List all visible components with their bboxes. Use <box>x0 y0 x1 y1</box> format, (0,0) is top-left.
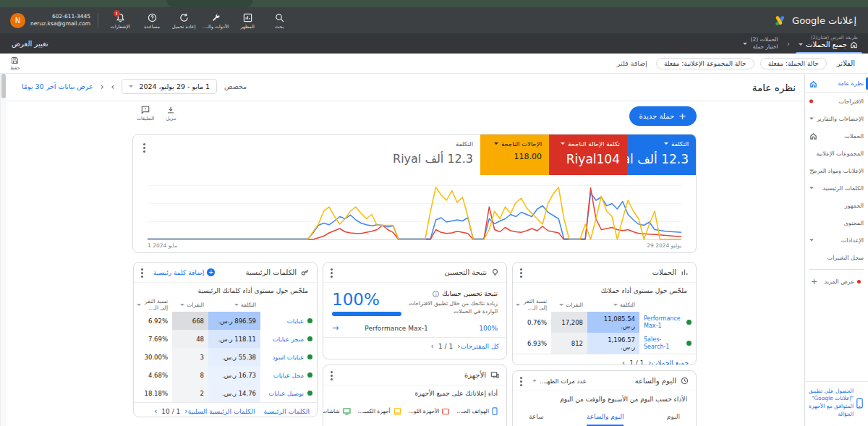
all-recommendations-link[interactable]: كل المقترحات <box>461 343 499 350</box>
help-icon <box>148 13 157 22</box>
prev-page-chevron[interactable]: ‹ <box>622 358 625 365</box>
sidebar-item[interactable]: الاقتراحات <box>805 93 868 110</box>
campaigns-sub: اختيار حملة <box>751 43 778 51</box>
metric-dropdown[interactable]: عدد مرات الظهـ... <box>532 378 587 385</box>
new-campaign-button[interactable]: + حملة جديدة <box>629 106 697 126</box>
arrow-icon[interactable]: → <box>332 323 339 333</box>
tab[interactable]: اليوم والساعة <box>587 413 624 426</box>
axis-start-label: 1 مايو 2024 <box>148 242 177 249</box>
legend-tablet[interactable]: الأجهزة اللو... <box>409 407 450 415</box>
account-chip[interactable]: 602-611-3445 neruz.ksa@gmail.com N <box>0 13 90 28</box>
metric-chip[interactable]: الإحالات الناجحة 118.00 <box>480 135 549 175</box>
feedback-button[interactable]: التعليقات <box>137 106 154 122</box>
info-icon[interactable]: i <box>433 291 439 297</box>
main-column: + حملة جديدة تنزيل التعليقات التكلف <box>132 101 697 426</box>
account-email: neruz.ksa@gmail.com <box>30 20 90 27</box>
sidebar-item[interactable]: الحملات <box>805 127 868 145</box>
search-icon <box>275 13 284 22</box>
filter-chip[interactable]: حالة الحملة: مفعلة <box>760 58 827 69</box>
prev-page-chevron[interactable]: ‹ <box>431 341 434 351</box>
score-progress-bar <box>332 312 401 316</box>
avatar: N <box>10 13 25 28</box>
date-prev-chevron[interactable]: ‹ <box>101 82 104 92</box>
all-campaigns-link[interactable]: جميع الحملات <box>652 359 689 366</box>
sidebar-item[interactable]: سجل التغييرات <box>805 249 868 266</box>
status-enabled-dot <box>307 354 312 359</box>
card-menu-kebab[interactable] <box>520 268 522 270</box>
sidebar-item[interactable]: الإعدادات <box>805 231 868 249</box>
tab[interactable]: ساعة <box>529 413 543 426</box>
sidebar-item[interactable]: المحتوى <box>805 214 868 231</box>
search-button[interactable]: بحث <box>265 12 294 30</box>
filter-chips: حالة الحملة: مفعلةحالة المجموعة الإعلاني… <box>656 58 827 69</box>
footer-tab-link[interactable]: الكلمات الرئيسية السلبية <box>188 408 255 415</box>
tab[interactable]: اليوم <box>667 413 680 426</box>
save-icon <box>11 56 19 64</box>
topbar-divider <box>98 13 98 27</box>
chevron-down-icon <box>532 380 537 384</box>
pagination: ‹10 / 1› <box>154 406 188 416</box>
status-enabled-dot <box>686 320 692 325</box>
next-page-chevron[interactable]: › <box>457 341 460 351</box>
add-keyword-button[interactable]: + إضافة كلمة رئيسية <box>153 268 215 276</box>
sidebar-item[interactable]: المجموعات الإعلانية <box>805 145 868 162</box>
sidebar-show-more[interactable]: عرض المزيد + <box>805 273 868 290</box>
legend-computer[interactable]: أجهزة الكمبـ... <box>358 407 401 415</box>
filter-chip[interactable]: حالة المجموعة الإعلانية: مفعلة <box>656 58 754 69</box>
card-menu-kebab[interactable] <box>520 377 522 379</box>
performance-chart-card: التكلفة 12.3 ألف Riyal تكلفة الإحالة الن… <box>132 134 697 253</box>
sidebar-item[interactable]: الإحصاءات والتقارير <box>805 110 868 127</box>
all-campaigns-selector[interactable]: طريقة العرض (فئتان/2) جميع الحملات <box>791 33 868 54</box>
table-row: متجر عبايات 118.11 ر.س. 48 7.69% <box>134 330 317 348</box>
devices-card: الأجهزة أداء إعلاناتك على جميع الأجهزة ا… <box>323 365 507 426</box>
status-enabled-dot <box>307 391 312 396</box>
vertical-scrollbar[interactable] <box>0 74 6 426</box>
alert-dot <box>857 280 861 284</box>
download-icon <box>166 106 175 114</box>
status-enabled-dot <box>307 336 312 341</box>
trend-line-chart[interactable] <box>148 179 681 242</box>
card-menu-kebab[interactable] <box>141 268 143 270</box>
chevron-down-icon <box>494 142 498 147</box>
notifications-button[interactable]: ! الإشعارات <box>106 12 135 30</box>
date-range-picker[interactable]: 1 مايو - 29 يوليو، 2024 <box>122 79 217 94</box>
sidebar-item[interactable]: نظرة عامة <box>805 75 868 93</box>
prev-page-chevron[interactable]: ‹ <box>154 406 157 416</box>
card-menu-kebab[interactable] <box>331 268 333 270</box>
next-page-chevron[interactable]: › <box>648 358 651 365</box>
help-button[interactable]: مساعدة <box>137 12 166 30</box>
sidebar-divider <box>809 269 864 270</box>
devices-icon <box>490 371 499 379</box>
footer-tab-link[interactable]: الكلمات الرئيسية <box>264 408 310 415</box>
date-controls: مخصص 1 مايو - 29 يوليو، 2024 › ‹ عرض بيا… <box>22 79 247 94</box>
sidebar-item[interactable]: الكلمات الرئيسية <box>805 179 868 197</box>
sidebar-item[interactable]: الإعلانات ومواد العرض <box>805 162 868 179</box>
card-menu-kebab[interactable] <box>143 143 145 145</box>
sidebar-item[interactable]: الجمهور <box>805 197 868 214</box>
summary-cards: الحملات ملخّص حول مستوى أداء حملاتك التك… <box>132 262 697 426</box>
save-button[interactable]: حفظ <box>0 56 20 71</box>
legend-tv[interactable]: شاشات تلفز... <box>323 407 351 415</box>
metric-chip[interactable]: تكلفة الإحالة الناجحة Riyal104 <box>549 135 627 175</box>
legend-mobile[interactable]: الهواتف الجـ... <box>456 407 498 415</box>
table-row: توصيل عبايات 14.76 ر.س. 2 18.18% <box>134 384 317 402</box>
next-page-chevron[interactable]: › <box>184 406 187 416</box>
card-menu-kebab[interactable] <box>331 371 333 373</box>
change-view-button[interactable]: تغيير العرض <box>0 40 48 48</box>
keywords-table-header: التكلفة النقرات نسبة النقر إلى الـ... <box>134 297 317 312</box>
appearance-button[interactable]: المظهر <box>233 12 262 30</box>
chart-x-axis: 1 مايو 2024 29 يوليو 2024 <box>148 242 681 249</box>
reload-button[interactable]: إعادة تحميل <box>169 12 198 30</box>
table-row: عبايات اسود 55.38 ر.س. 3 30.00% <box>134 348 317 366</box>
mobile-app-promo[interactable]: الحصول على تطبيق "إعلانات Google" المتوا… <box>805 381 868 426</box>
metric-chip[interactable]: التكلفة 12.3 ألف Riyal <box>627 135 696 175</box>
tools-button[interactable]: الأدوات والـ... <box>201 12 230 30</box>
metric-chip[interactable]: التكلفة 12.3 ألف Riyal <box>386 135 480 175</box>
add-filter-button[interactable]: إضافة فلتر <box>617 59 647 67</box>
date-next-chevron[interactable]: › <box>111 82 115 92</box>
campaign-score-row[interactable]: 100% Performance Max-1 → <box>323 319 506 337</box>
download-button[interactable]: تنزيل <box>166 106 176 122</box>
campaign-picker[interactable]: الحملات (2) اختيار حملة <box>736 36 786 51</box>
show-last-30-days-link[interactable]: عرض بيانات آخر 30 يومًا <box>22 82 93 90</box>
campaigns-crumb: الحملات (2) <box>751 36 778 43</box>
